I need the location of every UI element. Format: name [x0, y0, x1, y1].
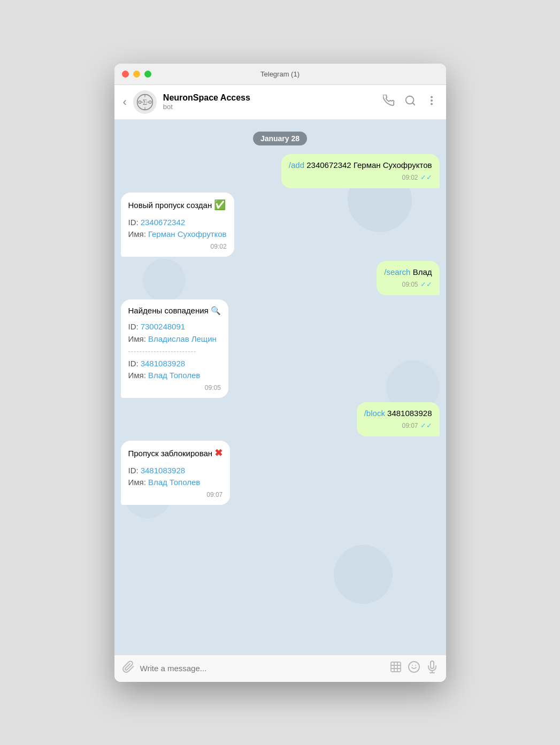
id-value: 3481083928: [141, 358, 185, 370]
msg3-time: 09:05: [402, 280, 418, 289]
chat-header: ‹ Σ NeuronSpace Access bot: [114, 85, 446, 120]
msg2-meta: 09:02: [128, 242, 227, 251]
id-label: ID:: [128, 321, 139, 333]
msg4-name1-row: Имя: Владислав Лещин: [128, 333, 221, 345]
bubble-outgoing: /search Влад 09:05 ✓✓: [377, 261, 439, 295]
name-value: Владислав: [148, 333, 189, 345]
svg-point-12: [431, 103, 432, 104]
titlebar: Telegram (1): [114, 64, 446, 85]
msg4-id2-row: ID: 3481083928: [128, 358, 221, 370]
separator: ------------------------: [128, 346, 221, 357]
msg6-heading: Пропуск заблокирован ✖: [128, 446, 223, 460]
svg-point-3: [149, 101, 151, 103]
name-value: Влад: [148, 477, 167, 489]
name-value2: Сухофрутков: [178, 228, 227, 241]
header-actions: [383, 95, 438, 109]
date-badge: January 28: [253, 132, 307, 145]
msg4-id1-row: ID: 7300248091: [128, 321, 221, 333]
more-icon[interactable]: [426, 95, 438, 109]
msg6-time: 09:07: [206, 490, 223, 500]
message-row: Пропуск заблокирован ✖ ID: 3481083928 Им…: [121, 441, 440, 505]
bubble-incoming: Новый пропуск создан ✅ ID: 2340672342 Им…: [121, 193, 234, 257]
bot-info: NeuronSpace Access bot: [163, 93, 377, 111]
svg-line-9: [412, 103, 415, 105]
msg4-time: 09:05: [205, 383, 221, 393]
maximize-button[interactable]: [144, 71, 151, 78]
name-value: Влад: [148, 370, 167, 382]
msg2-id-row: ID: 2340672342: [128, 217, 227, 229]
id-value: 7300248091: [141, 321, 185, 333]
emoji-icon[interactable]: [408, 660, 420, 676]
msg6-meta: 09:07: [128, 490, 223, 500]
name-value2: Тополев: [170, 370, 201, 382]
telegram-window: Telegram (1) ‹ Σ NeuronSpace Access bot: [114, 64, 446, 682]
sticker-icon[interactable]: [389, 660, 402, 676]
msg1-meta: 09:02 ✓✓: [289, 172, 432, 183]
call-icon[interactable]: [383, 95, 395, 109]
bubble-incoming: Пропуск заблокирован ✖ ID: 3481083928 Им…: [121, 441, 231, 505]
msg4-meta: 09:05: [128, 383, 221, 393]
msg3-checks: ✓✓: [420, 279, 432, 290]
msg5-time: 09:07: [402, 421, 418, 431]
minimize-button[interactable]: [133, 71, 140, 78]
msg2-name-row: Имя: Герман Сухофрутков: [128, 228, 227, 241]
msg5-text: 3481083928: [387, 409, 432, 418]
id-value: 2340672342: [141, 217, 185, 229]
message-input[interactable]: [140, 664, 384, 673]
name-label: Имя:: [128, 228, 146, 241]
window-controls: [122, 71, 151, 78]
svg-point-2: [139, 101, 141, 103]
msg5-checks: ✓✓: [420, 420, 432, 431]
chat-area: January 28 /add 2340672342 Герман Сухофр…: [114, 120, 446, 655]
id-label: ID:: [128, 358, 139, 370]
message-row: /add 2340672342 Герман Сухофруктов 09:02…: [121, 154, 440, 188]
name-value2: Лещин: [191, 333, 217, 345]
msg3-text: Влад: [413, 267, 432, 277]
msg1-checks: ✓✓: [420, 172, 432, 183]
id-label: ID:: [128, 465, 139, 477]
name-label: Имя:: [128, 370, 146, 382]
svg-point-11: [431, 100, 432, 101]
message-row: Новый пропуск создан ✅ ID: 2340672342 Им…: [121, 193, 440, 257]
msg2-time: 09:02: [211, 242, 227, 251]
svg-point-18: [409, 662, 419, 672]
msg3-meta: 09:05 ✓✓: [384, 279, 432, 290]
msg5-meta: 09:07 ✓✓: [364, 420, 432, 431]
message-row: Найдены совпадения 🔍 ID: 7300248091 Имя:…: [121, 299, 440, 398]
name-label: Имя:: [128, 477, 146, 489]
cmd-block: /block: [364, 409, 385, 418]
window-title: Telegram (1): [260, 70, 300, 78]
close-button[interactable]: [122, 71, 129, 78]
msg6-name-row: Имя: Влад Тополев: [128, 477, 223, 489]
message-row: /block 3481083928 09:07 ✓✓: [121, 402, 440, 436]
bubble-outgoing: /add 2340672342 Герман Сухофруктов 09:02…: [281, 154, 440, 188]
bubble-incoming: Найдены совпадения 🔍 ID: 7300248091 Имя:…: [121, 299, 228, 398]
attach-icon[interactable]: [122, 660, 135, 677]
id-value: 3481083928: [141, 465, 185, 477]
msg2-heading: Новый пропуск создан ✅: [128, 198, 227, 212]
name-label: Имя:: [128, 333, 146, 345]
input-bar: [114, 655, 446, 682]
svg-point-10: [431, 96, 432, 97]
msg1-text: 2340672342 Герман Сухофруктов: [306, 160, 432, 170]
msg6-id-row: ID: 3481083928: [128, 465, 223, 477]
svg-rect-13: [391, 662, 401, 672]
cmd-add: /add: [289, 160, 304, 170]
msg1-time: 09:02: [402, 173, 418, 182]
bot-name: NeuronSpace Access: [163, 93, 377, 103]
id-label: ID:: [128, 217, 139, 229]
name-value: Герман: [148, 228, 175, 241]
bubble-outgoing: /block 3481083928 09:07 ✓✓: [357, 402, 440, 436]
bot-subtitle: bot: [163, 103, 377, 111]
message-row: /search Влад 09:05 ✓✓: [121, 261, 440, 295]
name-value2: Тополев: [170, 477, 201, 489]
msg4-heading: Найдены совпадения 🔍: [128, 305, 221, 317]
search-icon[interactable]: [404, 95, 416, 109]
msg4-name2-row: Имя: Влад Тополев: [128, 370, 221, 382]
cmd-search: /search: [384, 267, 410, 277]
bot-avatar: Σ: [133, 90, 157, 114]
mic-icon[interactable]: [426, 660, 439, 676]
back-button[interactable]: ‹: [123, 96, 127, 108]
